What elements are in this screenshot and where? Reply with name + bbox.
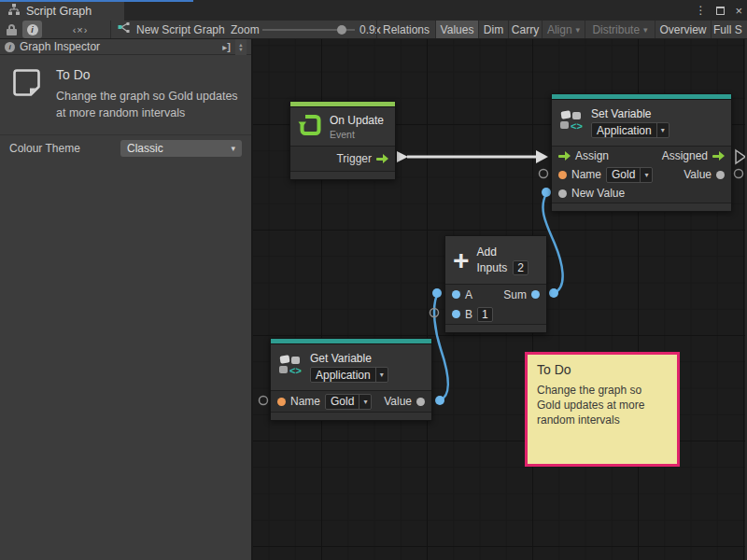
overflow-menu-icon[interactable]: ⋮ (695, 5, 706, 16)
new-value-port-dot[interactable] (558, 189, 567, 198)
svg-text:<>: <> (289, 365, 302, 376)
trigger-port-label: Trigger (336, 152, 372, 165)
zoom-slider-handle[interactable] (337, 25, 346, 35)
todo-summary: To Do Change the graph so Gold updates a… (0, 55, 251, 134)
code-icon: ‹×› (73, 24, 89, 35)
lock-icon (8, 24, 15, 29)
port-getvariable-value-external[interactable] (435, 396, 444, 405)
zoom-label: Zoom (231, 21, 260, 38)
name-port-dot[interactable] (558, 171, 567, 179)
relations-button[interactable]: Relations (377, 21, 435, 38)
node-title: Add (477, 245, 529, 259)
align-button[interactable]: Align▾ (543, 21, 585, 38)
toolbar-divider (110, 21, 111, 38)
new-script-graph-label: New Script Graph (136, 23, 225, 36)
b-value-field[interactable]: 1 (477, 307, 493, 322)
port-setvariable-assigned-external[interactable] (736, 150, 745, 163)
maximize-icon[interactable] (716, 7, 725, 15)
tab-bar: Script Graph ⋮ × (0, 0, 747, 21)
name-port-label: Name (571, 168, 601, 181)
new-script-graph-breadcrumb[interactable]: New Script Graph (118, 21, 225, 38)
variable-icon: <> (278, 355, 303, 380)
variable-scope-dropdown[interactable]: Application ▾ (310, 367, 388, 383)
value-port-label: Value (384, 395, 412, 408)
variable-icon: <> (559, 110, 584, 135)
control-output-arrow-icon[interactable] (376, 154, 388, 163)
control-output-arrow-icon[interactable] (712, 151, 725, 161)
wire-start-arrow[interactable] (397, 151, 408, 162)
svg-text:<>: <> (571, 120, 583, 132)
assigned-port-label: Assigned (662, 149, 708, 162)
lock-button[interactable] (5, 21, 18, 38)
node-title: Set Variable (591, 107, 669, 120)
node-set-variable[interactable]: <> Set Variable Application ▾ Assi (551, 93, 732, 212)
inputs-count-field[interactable]: 2 (513, 260, 529, 275)
graph-toolbar: i ‹×› New Script Graph Zoom 0.9x (0, 21, 747, 39)
graph-inspector-panel: i Graph Inspector ▸] ▴ ▾ (0, 39, 253, 560)
variable-name-dropdown[interactable]: Gold ▾ (606, 167, 653, 183)
wire-end-arrow[interactable] (536, 150, 548, 163)
sum-port-label: Sum (503, 288, 527, 301)
node-get-variable[interactable]: <> Get Variable Application ▾ Name (270, 338, 432, 421)
node-on-update[interactable]: On Update Event Trigger (289, 101, 396, 180)
spinner-down-icon[interactable]: ▾ (239, 47, 242, 51)
a-port-dot[interactable] (452, 290, 460, 299)
value-port-dot[interactable] (416, 398, 425, 406)
chevron-down-icon: ▾ (643, 25, 648, 35)
script-graph-icon (7, 4, 21, 19)
colour-theme-dropdown[interactable]: Classic ▾ (120, 140, 242, 157)
dock-pane-icon[interactable]: ▸] (222, 41, 231, 52)
info-icon: i (27, 24, 38, 35)
chevron-down-icon: ▾ (375, 368, 388, 382)
port-getvariable-name-external[interactable] (260, 397, 268, 405)
port-setvariable-name-external[interactable] (540, 170, 548, 178)
sticky-note[interactable]: To Do Change the graph so Gold updates a… (525, 352, 680, 467)
name-port-dot[interactable] (277, 398, 286, 406)
sum-port-dot[interactable] (531, 290, 540, 299)
colour-theme-value: Classic (127, 142, 163, 155)
graph-canvas[interactable]: On Update Event Trigger (253, 39, 745, 560)
code-view-button[interactable]: ‹×› (62, 21, 99, 38)
node-title: On Update (330, 114, 384, 127)
dim-button[interactable]: Dim (479, 21, 508, 38)
b-port-dot[interactable] (452, 310, 460, 318)
fullscreen-button[interactable]: Full S (713, 21, 747, 38)
inspector-toggle-button[interactable]: i (22, 21, 42, 38)
graph-asset-icon (118, 22, 130, 36)
inputs-label: Inputs (477, 261, 508, 274)
todo-description: Change the graph so Gold updates at more… (56, 89, 240, 121)
sticky-note-icon (11, 67, 42, 121)
carry-button[interactable]: Carry (509, 21, 542, 38)
chevron-down-icon: ▾ (640, 168, 652, 182)
panel-scroll-spinner[interactable]: ▴ ▾ (235, 39, 247, 55)
a-port-label: A (465, 288, 472, 301)
sticky-note-title: To Do (537, 362, 668, 377)
variable-scope-dropdown[interactable]: Application ▾ (591, 122, 669, 138)
port-setvariable-newvalue-external[interactable] (542, 188, 551, 197)
chevron-down-icon: ▾ (359, 395, 371, 409)
chevron-down-icon: ▾ (576, 25, 581, 35)
node-subtitle: Event (330, 129, 384, 140)
colour-theme-label: Colour Theme (9, 142, 80, 155)
value-port-label: Value (684, 168, 712, 181)
unity-script-graph-window: Script Graph ⋮ × i ‹×› (0, 0, 747, 560)
variable-name-dropdown[interactable]: Gold ▾ (325, 394, 372, 410)
name-port-label: Name (290, 395, 320, 408)
sticky-note-text: Change the graph so Gold updates at more… (537, 383, 668, 428)
todo-title: To Do (56, 67, 240, 82)
window-controls: ⋮ × (695, 2, 742, 19)
overview-button[interactable]: Overview (655, 21, 711, 38)
close-icon[interactable]: × (735, 5, 742, 17)
port-add-sum-external[interactable] (549, 288, 558, 298)
control-input-arrow-icon[interactable] (558, 151, 571, 161)
tab-script-graph[interactable]: Script Graph (0, 2, 124, 21)
graph-inspector-title: Graph Inspector (20, 40, 100, 53)
port-setvariable-value-external[interactable] (735, 170, 743, 178)
node-title: Get Variable (310, 352, 388, 365)
value-port-dot[interactable] (716, 171, 725, 179)
distribute-button[interactable]: Distribute▾ (585, 21, 655, 38)
node-add[interactable]: + Add Inputs 2 A Sum (444, 235, 547, 333)
port-add-a-external[interactable] (432, 288, 442, 298)
values-button[interactable]: Values (436, 21, 478, 38)
on-update-loop-icon (298, 113, 322, 140)
